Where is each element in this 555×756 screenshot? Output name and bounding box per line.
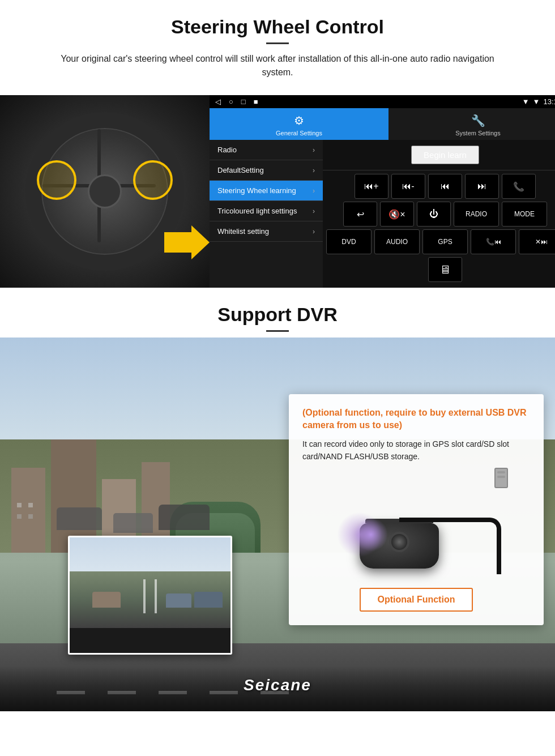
dvr-background: (Optional function, require to buy exter… [0,338,555,711]
ctrl-prev[interactable]: ⏮ [428,174,462,199]
seicane-brand-logo: Seicane [244,676,311,694]
general-settings-label: General Settings [276,130,322,136]
preview-dash [70,628,230,655]
system-settings-icon: 🔧 [471,114,485,127]
system-settings-tab[interactable]: 🔧 System Settings [388,108,555,140]
chevron-icon-4: › [313,207,315,215]
direction-arrow [164,225,210,259]
status-bar: ◁ ○ □ ■ ▼ ▼ 13:13 [210,95,555,108]
right-control-panel: Begin learn ⏮+ ⏮- ⏮ ⏭ 📞 ↩ 🔇× [323,140,555,288]
preview-road [70,571,230,628]
dvr-optional-notice: (Optional function, require to buy exter… [302,407,530,432]
begin-learn-button[interactable]: Begin learn [411,146,479,164]
status-time: 13:13 [543,97,555,106]
menu-tricoloured-label: Tricoloured light settings [217,207,297,215]
menu-item-defaultsetting[interactable]: DefaultSetting › [210,160,323,181]
menu-item-steering-learning[interactable]: Steering Wheel learning › [210,181,323,201]
android-content: Radio › DefaultSetting › Steering Wheel … [210,140,555,288]
ctrl-next[interactable]: ⏭ [465,174,499,199]
chevron-icon-2: › [313,166,315,174]
wifi-icon: ▼ [533,97,540,106]
ctrl-phone-next[interactable]: ✕⏭ [519,229,555,254]
dvr-divider [266,330,289,332]
chevron-icon-5: › [313,228,315,236]
dvr-title: Support DVR [23,304,532,326]
ctrl-phone[interactable]: 📞 [502,174,536,199]
menu-items-list: Radio › DefaultSetting › Steering Wheel … [210,140,323,288]
menu-item-whitelist[interactable]: Whitelist setting › [210,221,323,242]
chevron-icon-3: › [313,187,315,195]
menu-item-tricoloured[interactable]: Tricoloured light settings › [210,201,323,221]
ctrl-power[interactable]: ⏻ [417,202,451,227]
dvr-section: Support DVR [0,288,555,711]
ctrl-whitelist[interactable]: 🖥 [428,257,462,282]
chevron-icon: › [313,146,315,154]
ctrl-radio[interactable]: RADIO [454,202,499,227]
menu-radio-label: Radio [217,146,237,154]
controls-row-1: ⏮+ ⏮- ⏮ ⏭ 📞 [326,174,555,199]
menu-defaultsetting-label: DefaultSetting [217,166,264,174]
preview-sky [70,537,230,571]
page-title: Steering Wheel Control [23,16,532,38]
controls-row-2: ↩ 🔇× ⏻ RADIO MODE [326,202,555,227]
general-settings-tab[interactable]: ⚙ General Settings [210,108,388,140]
ctrl-back[interactable]: ↩ [343,202,377,227]
steering-wheel-image [0,95,210,288]
menu-item-radio[interactable]: Radio › [210,140,323,160]
ctrl-phone-prev[interactable]: 📞⏮ [471,229,516,254]
recent-icon[interactable]: □ [241,97,246,106]
controls-row-3: DVD AUDIO GPS 📞⏮ ✕⏭ [326,229,555,254]
menu-steering-learning-label: Steering Wheel learning [217,186,296,195]
general-settings-icon: ⚙ [294,114,304,127]
signal-icon: ▼ [522,97,530,106]
ctrl-vol-up[interactable]: ⏮+ [355,174,388,199]
ctrl-mute[interactable]: 🔇× [380,202,414,227]
begin-learn-row: Begin learn [323,140,555,170]
dvr-recording-preview [68,536,232,655]
menu-whitelist-label: Whitelist setting [217,227,269,236]
dvr-header: Support DVR [0,288,555,338]
dvr-description: It can record video only to storage in G… [302,438,530,463]
controls-row-4: 🖥 [326,257,555,282]
dvr-device-illustration [326,472,507,574]
ctrl-dvd[interactable]: DVD [326,229,372,254]
system-settings-label: System Settings [455,130,500,136]
left-menu: Radio › DefaultSetting › Steering Wheel … [210,140,323,288]
ctrl-audio[interactable]: AUDIO [374,229,420,254]
ctrl-mode[interactable]: MODE [502,202,547,227]
ctrl-vol-down[interactable]: ⏮- [391,174,425,199]
left-highlight-circle [37,160,76,200]
optional-function-button[interactable]: Optional Function [360,588,473,612]
home-icon[interactable]: ○ [229,97,233,106]
nav-icons: ◁ ○ □ ■ [215,97,258,106]
android-ui-panel: ◁ ○ □ ■ ▼ ▼ 13:13 ⚙ General Settings 🔧 S… [210,95,555,288]
steering-demo-area: ◁ ○ □ ■ ▼ ▼ 13:13 ⚙ General Settings 🔧 S… [0,95,555,288]
steering-section-header: Steering Wheel Control Your original car… [0,0,555,85]
right-highlight-circle [133,160,173,200]
settings-tabs: ⚙ General Settings 🔧 System Settings [210,108,555,140]
back-icon[interactable]: ◁ [215,97,221,106]
ctrl-gps[interactable]: GPS [422,229,468,254]
steering-subtitle: Your original car's steering wheel contr… [45,52,510,79]
steering-wheel-bg [0,95,210,288]
dvr-info-box: (Optional function, require to buy exter… [289,394,544,625]
controls-grid: ⏮+ ⏮- ⏮ ⏭ 📞 ↩ 🔇× ⏻ RADIO MODE [323,170,555,285]
header-divider [266,42,289,44]
menu-icon[interactable]: ■ [254,97,258,106]
